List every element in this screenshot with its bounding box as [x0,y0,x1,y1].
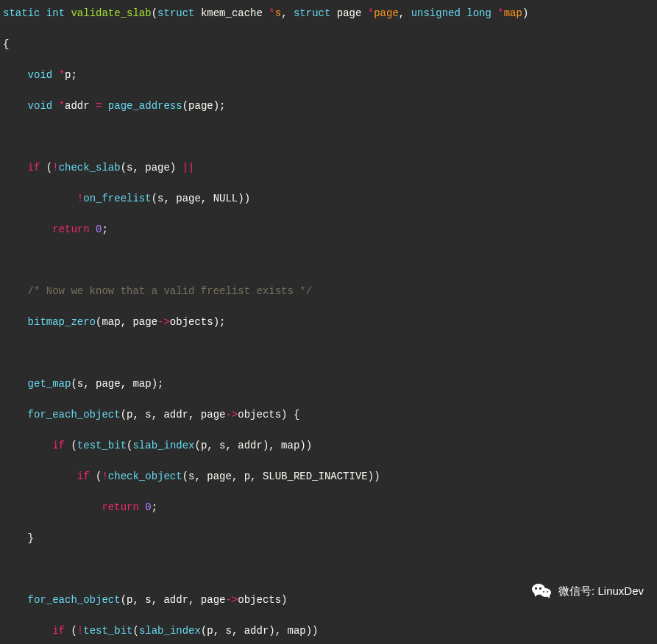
keyword-int: int [46,7,65,19]
watermark-text: 微信号: LinuxDev [558,583,644,600]
watermark: 微信号: LinuxDev [532,582,644,600]
brace-open: { [3,38,9,50]
keyword-static: static [3,7,40,19]
comment: /* Now we know that a valid freelist exi… [28,285,312,297]
keyword-struct: struct [157,7,194,19]
function-name: validate_slab [71,7,151,19]
code-block: static int validate_slab(struct kmem_cac… [3,6,654,644]
wechat-icon [532,582,553,600]
